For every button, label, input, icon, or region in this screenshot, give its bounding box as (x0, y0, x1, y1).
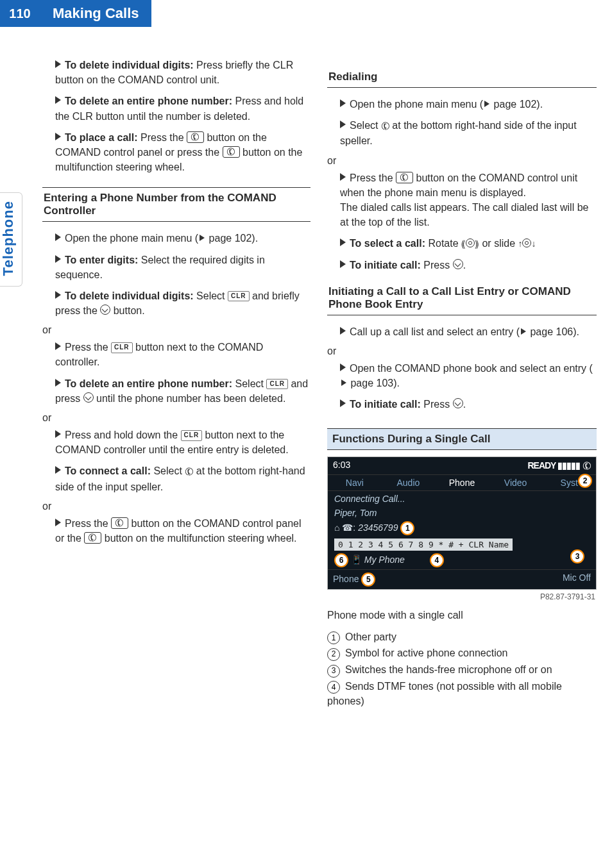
comand-screenshot: 6:03 READY ▮▮▮▮▮ ✆ Navi Audio Phone Vide… (327, 456, 597, 590)
list-item: Press and hold down the CLR button next … (55, 428, 310, 457)
bullet-arrow-icon (340, 238, 346, 246)
section-heading: Entering a Phone Number from the COMAND … (42, 187, 310, 222)
body-text: page 102). (491, 99, 543, 110)
or-separator: or (327, 155, 597, 167)
body-text: Open the COMAND phone book and select an… (350, 363, 593, 374)
bullet-arrow-icon (340, 327, 346, 335)
rotate-left-icon: ⸨ (461, 237, 466, 250)
list-item: Press the ✆ button on the COMAND control… (340, 171, 597, 230)
left-column: To delete individual digits: Press brief… (42, 58, 310, 710)
legend-text: Other party (345, 631, 396, 642)
body-text: Press the (138, 132, 187, 143)
subsection-heading: Redialing (327, 71, 597, 88)
body-text: page 103). (348, 378, 400, 388)
body-text: page 106). (527, 326, 579, 337)
bold-text: To initiate call: (350, 260, 421, 271)
bullet-arrow-icon (340, 399, 346, 407)
list-item: Press the CLR button next to the COMAND … (55, 340, 310, 369)
legend-text: Switches the hands-free microphone off o… (345, 664, 552, 675)
handset-button-icon: ✆ (84, 532, 101, 544)
bold-text: To delete an entire phone number: (65, 378, 232, 389)
clr-key-icon: CLR (181, 430, 203, 441)
bullet-arrow-icon (340, 260, 346, 268)
body-text: button on the multifunction steering whe… (101, 533, 296, 544)
bullet-arrow-icon (55, 466, 61, 474)
body-text: or slide (479, 238, 518, 249)
bullet-arrow-icon (55, 519, 61, 526)
boxed-heading: Functions During a Single Call (327, 428, 597, 450)
ss-tab-navi: Navi (328, 475, 382, 490)
handset-button-icon: ✆ (187, 131, 204, 143)
body-text: Press (421, 399, 453, 410)
page-number: 110 (0, 0, 40, 27)
ss-digit-row: 0 1 2 3 4 5 6 7 8 9 * # + CLR Name (334, 538, 513, 551)
crossref-triangle-icon (200, 235, 205, 241)
ss-phone-label: Phone (333, 574, 359, 584)
body-text: Press the (65, 342, 111, 353)
body-text: page 102). (206, 233, 258, 244)
or-separator: or (42, 412, 310, 424)
bold-text: To delete an entire phone number: (65, 96, 232, 106)
body-text: Press the (65, 518, 111, 529)
rotate-knob-icon (522, 238, 531, 247)
clr-key-icon: CLR (266, 379, 288, 390)
bold-text: To place a call: (65, 132, 138, 143)
list-item: Open the phone main menu ( page 102). (55, 231, 310, 246)
ss-tab-video: Video (489, 475, 543, 490)
handset-button-icon: ✆ (223, 146, 240, 158)
body-text: Open the phone main menu ( (65, 233, 198, 244)
clr-key-icon: CLR (228, 291, 250, 302)
chapter-title: Making Calls (40, 0, 151, 27)
body-text: Press (421, 260, 453, 271)
list-item: Open the phone main menu ( page 102). (340, 97, 597, 112)
bullet-arrow-icon (55, 60, 61, 68)
legend-num-2: 2 (327, 648, 340, 661)
or-separator: or (42, 324, 310, 336)
list-item: Press the ✆ button on the COMAND control… (55, 516, 310, 546)
bullet-arrow-icon (340, 363, 346, 371)
body-text: button. (110, 305, 144, 316)
bullet-arrow-icon (340, 173, 346, 181)
list-item: To place a call: Press the ✆ button on t… (55, 130, 310, 175)
ss-my-phone: My Phone (364, 555, 405, 565)
bullet-arrow-icon (55, 255, 61, 263)
right-column: Redialing Open the phone main menu ( pag… (327, 58, 597, 710)
list-item: To delete an entire phone number: Select… (55, 376, 310, 406)
ss-connecting: Connecting Call... (328, 491, 596, 505)
legend-text: Symbol for active phone connection (345, 647, 507, 658)
body-text: Press and hold down the (65, 430, 181, 440)
subsection-heading: Initiating a Call to a Call List Entry o… (327, 285, 597, 315)
slide-up-icon: ↑ (518, 237, 522, 250)
press-knob-icon (453, 398, 463, 408)
top-bar: 110 Making Calls (0, 0, 612, 27)
callout-4: 4 (430, 553, 444, 567)
legend-num-4: 4 (327, 681, 340, 694)
list-item: Call up a call list and select an entry … (340, 324, 597, 339)
body-text: Select (151, 465, 185, 476)
legend-num-1: 1 (327, 631, 340, 644)
callout-6: 6 (334, 553, 348, 567)
rotate-knob-icon (466, 238, 475, 247)
body-text: The dialed calls list appears. The call … (340, 202, 588, 228)
bullet-arrow-icon (340, 121, 346, 128)
body-text: Select (194, 290, 228, 301)
list-item: Select ✆ at the bottom right-hand side o… (340, 118, 597, 148)
bullet-arrow-icon (340, 99, 346, 107)
legend-text: Sends DTMF tones (not possible with all … (327, 681, 562, 707)
ss-tab-audio: Audio (382, 475, 436, 490)
callout-1: 1 (400, 521, 414, 535)
legend-num-3: 3 (327, 665, 340, 678)
crossref-triangle-icon (484, 101, 489, 107)
ss-ready: READY ▮▮▮▮▮ (527, 460, 580, 471)
or-separator: or (327, 346, 597, 357)
list-item: To select a call: Rotate ⸨⸩ or slide ↑↓ (340, 236, 597, 251)
list-item: To initiate call: Press . (340, 258, 597, 272)
ss-tabs: Navi Audio Phone Video Syst (328, 474, 596, 491)
handset-icon: ✆ (580, 458, 593, 473)
bullet-arrow-icon (55, 342, 61, 350)
bullet-arrow-icon (55, 291, 61, 299)
callout-5: 5 (361, 572, 375, 587)
ss-mic-off: Mic Off (563, 572, 591, 587)
bullet-arrow-icon (55, 379, 61, 387)
slide-down-icon: ↓ (531, 237, 536, 250)
